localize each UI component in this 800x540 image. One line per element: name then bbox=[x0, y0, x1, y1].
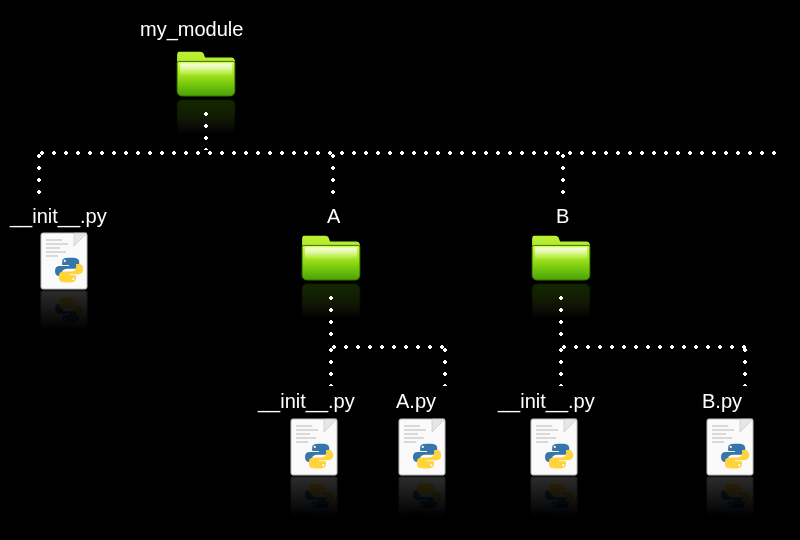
pyfile-reflection bbox=[40, 290, 88, 348]
pyfile-reflection bbox=[530, 476, 578, 534]
folder-A-label: A bbox=[327, 205, 340, 228]
connector bbox=[442, 344, 448, 386]
python-file-icon bbox=[398, 418, 446, 476]
connector bbox=[330, 150, 336, 200]
A-init-label: __init__.py bbox=[258, 390, 355, 413]
A-file-label: A.py bbox=[396, 390, 436, 413]
folder-B-label: B bbox=[556, 205, 569, 228]
connector bbox=[203, 108, 209, 150]
root-init-label: __init__.py bbox=[10, 205, 107, 228]
pyfile-reflection bbox=[706, 476, 754, 534]
root-folder-label: my_module bbox=[140, 18, 243, 41]
pyfile-reflection bbox=[398, 476, 446, 534]
connector bbox=[558, 344, 564, 386]
B-init-label: __init__.py bbox=[498, 390, 595, 413]
connector bbox=[36, 150, 42, 200]
pyfile-reflection bbox=[290, 476, 338, 534]
connector bbox=[558, 344, 748, 350]
connector bbox=[558, 292, 564, 344]
connector bbox=[328, 344, 334, 386]
connector bbox=[328, 292, 334, 344]
folder-icon bbox=[530, 230, 592, 282]
folder-icon bbox=[300, 230, 362, 282]
connector bbox=[560, 150, 566, 200]
connector bbox=[742, 344, 748, 386]
python-file-icon bbox=[290, 418, 338, 476]
python-file-icon bbox=[530, 418, 578, 476]
B-file-label: B.py bbox=[702, 390, 742, 413]
connector bbox=[36, 150, 776, 156]
connector bbox=[328, 344, 448, 350]
folder-icon bbox=[175, 46, 237, 98]
python-file-icon bbox=[40, 232, 88, 290]
python-file-icon bbox=[706, 418, 754, 476]
